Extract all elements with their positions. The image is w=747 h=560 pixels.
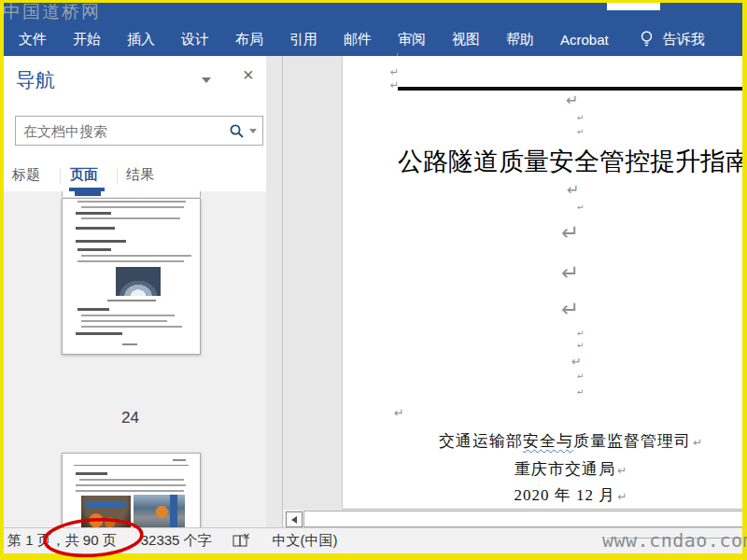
pilcrow-mark: ↵ bbox=[561, 262, 579, 284]
thumbnail-header-rule bbox=[74, 465, 189, 466]
horizontal-scrollbar-thumb[interactable] bbox=[303, 511, 746, 527]
credit-text: 重庆市交通局 bbox=[514, 460, 615, 478]
thumbnail-text-line bbox=[173, 459, 186, 461]
nav-scrollbar-track[interactable] bbox=[266, 56, 282, 527]
pilcrow-mark: ↵ bbox=[577, 388, 585, 397]
thumbnail-page-24[interactable] bbox=[62, 198, 201, 355]
thumbnail-text-line bbox=[76, 490, 184, 492]
ribbon-tab-row: 文件 开始 插入 设计 布局 引用 邮件 审阅 视图 帮助 Acrobat 告诉… bbox=[19, 26, 705, 52]
scroll-left-button[interactable] bbox=[286, 511, 303, 527]
thumbnail-text-line bbox=[78, 308, 109, 311]
yellow-border-top bbox=[0, 0, 747, 3]
page-thumbnail-list[interactable]: 24 bbox=[4, 191, 266, 527]
thumbnail-text-line bbox=[76, 240, 126, 243]
pilcrow-mark: ↵ bbox=[390, 67, 399, 77]
search-icon[interactable] bbox=[229, 123, 245, 139]
titlebar-white-artifact bbox=[607, 2, 660, 10]
pilcrow-mark: ↵ bbox=[577, 203, 585, 212]
word-window: 文件 开始 插入 设计 布局 引用 邮件 审阅 视图 帮助 Acrobat 告诉… bbox=[0, 0, 747, 560]
thumbnail-page-number: 24 bbox=[62, 409, 199, 427]
arrow-left-icon bbox=[291, 516, 297, 524]
word-count[interactable]: 32335 个字 bbox=[141, 532, 212, 550]
thumbnail-text-line bbox=[81, 320, 167, 322]
thumbnail-text-line bbox=[81, 206, 184, 208]
nav-pane-title: 导航 bbox=[16, 67, 55, 93]
thumbnail-text-line bbox=[81, 217, 180, 219]
site-watermark-topleft: 中国道桥网 bbox=[3, 0, 101, 24]
document-main-title: 公路隧道质量安全管控提升指南↵ bbox=[398, 145, 743, 178]
credit-text: 交通运输部 bbox=[439, 432, 523, 450]
thumbnail-text-line bbox=[76, 484, 186, 486]
chevron-down-icon[interactable] bbox=[202, 77, 211, 83]
tell-me-label: 告诉我 bbox=[663, 31, 705, 49]
ribbon-tab-layout[interactable]: 布局 bbox=[235, 31, 263, 49]
ribbon-tab-design[interactable]: 设计 bbox=[181, 31, 209, 49]
tunnel-photo-thumbnail bbox=[116, 267, 161, 296]
ribbon-tab-file[interactable]: 文件 bbox=[19, 31, 47, 49]
pilcrow-mark: ↵ bbox=[617, 464, 627, 477]
credit-line-authority: 交通运输部安全与质量监督管理司↵ bbox=[398, 430, 743, 452]
thumbnail-text-line bbox=[78, 201, 186, 203]
thumbnail-text-line bbox=[122, 343, 137, 345]
ribbon-tab-view[interactable]: 视图 bbox=[452, 31, 480, 49]
ribbon-tab-mailings[interactable]: 邮件 bbox=[344, 31, 372, 49]
pilcrow-mark: ↵ bbox=[577, 372, 585, 381]
ribbon-tab-acrobat[interactable]: Acrobat bbox=[560, 32, 609, 48]
search-options-caret-icon[interactable] bbox=[249, 129, 257, 133]
yellow-border-left bbox=[0, 0, 4, 560]
pilcrow-mark: ↵ bbox=[561, 299, 579, 320]
thumbnail-text-line bbox=[76, 212, 111, 215]
thumbnail-text-line bbox=[79, 479, 184, 481]
thumbnail-text-line bbox=[81, 315, 175, 316]
ribbon-tab-references[interactable]: 引用 bbox=[289, 31, 317, 49]
pilcrow-mark: ↵ bbox=[577, 114, 585, 122]
ribbon-tab-insert[interactable]: 插入 bbox=[127, 31, 155, 49]
credit-text: 质量监督管理司 bbox=[573, 432, 691, 450]
red-circle-annotation bbox=[41, 515, 146, 560]
watermark-strike-line bbox=[607, 538, 742, 539]
tell-me-group[interactable]: 告诉我 bbox=[640, 30, 705, 49]
thumbnail-page-23-sliver[interactable] bbox=[62, 191, 201, 197]
pilcrow-mark: ↵ bbox=[394, 407, 404, 419]
thumbnail-text-line bbox=[76, 227, 115, 230]
nav-tab-separator bbox=[60, 168, 61, 184]
thumbnail-text-line bbox=[78, 260, 184, 262]
nav-tab-pages[interactable]: 页面 bbox=[70, 166, 98, 184]
ribbon-tab-review[interactable]: 审阅 bbox=[398, 31, 426, 49]
thumbnail-text-line bbox=[81, 326, 182, 328]
document-page[interactable]: 公路隧道质量安全管控提升指南↵ 交通运输部安全与质量监督管理司↵ 重庆市交通局↵… bbox=[342, 56, 747, 510]
pilcrow-mark: ↵ bbox=[566, 93, 578, 108]
ribbon-tab-home[interactable]: 开始 bbox=[73, 31, 101, 49]
credit-line-date: 2020 年 12 月↵ bbox=[398, 484, 743, 506]
nav-tab-results[interactable]: 结果 bbox=[126, 166, 154, 184]
thumbnail-text-line bbox=[78, 248, 111, 251]
thumbnail-text-line bbox=[76, 332, 122, 335]
document-title-text: 公路隧道质量安全管控提升指南 bbox=[398, 147, 747, 175]
pilcrow-mark: ↵ bbox=[561, 222, 579, 244]
title-page-rule bbox=[398, 87, 747, 91]
search-input[interactable]: 在文档中搜索 bbox=[15, 116, 263, 146]
thumbnail-text-line bbox=[81, 255, 191, 257]
pilcrow-mark: ↵ bbox=[617, 490, 627, 503]
thumbnail-image-fragment bbox=[75, 191, 101, 196]
credit-text: 2020 年 12 月 bbox=[514, 486, 616, 504]
spellcheck-wavy-text: 安全与 bbox=[523, 432, 573, 450]
pilcrow-mark: ↵ bbox=[390, 80, 399, 91]
ribbon-tab-help[interactable]: 帮助 bbox=[506, 31, 534, 49]
pilcrow-mark: ↵ bbox=[577, 128, 585, 136]
horizontal-scrollbar[interactable] bbox=[283, 510, 747, 527]
title-bar: 文件 开始 插入 设计 布局 引用 邮件 审阅 视图 帮助 Acrobat 告诉… bbox=[0, 0, 747, 56]
yellow-border-right bbox=[742, 0, 747, 560]
thumbnail-text-line bbox=[76, 472, 107, 475]
site-watermark-bottomright: www.cndao.com bbox=[602, 529, 747, 552]
proofing-errors-icon[interactable] bbox=[233, 533, 250, 549]
pilcrow-mark: ↵ bbox=[567, 183, 579, 198]
nav-tab-separator bbox=[117, 168, 118, 184]
pilcrow-mark: ↵ bbox=[577, 342, 585, 350]
nav-tab-headings[interactable]: 标题 bbox=[12, 166, 40, 184]
pilcrow-mark: ↵ bbox=[571, 356, 582, 368]
close-icon[interactable]: × bbox=[243, 65, 254, 84]
pilcrow-mark: ↵ bbox=[693, 436, 702, 449]
navigation-pane: 导航 × 在文档中搜索 标题 页面 结果 24 bbox=[4, 56, 283, 527]
language-indicator[interactable]: 中文(中国) bbox=[273, 532, 338, 550]
